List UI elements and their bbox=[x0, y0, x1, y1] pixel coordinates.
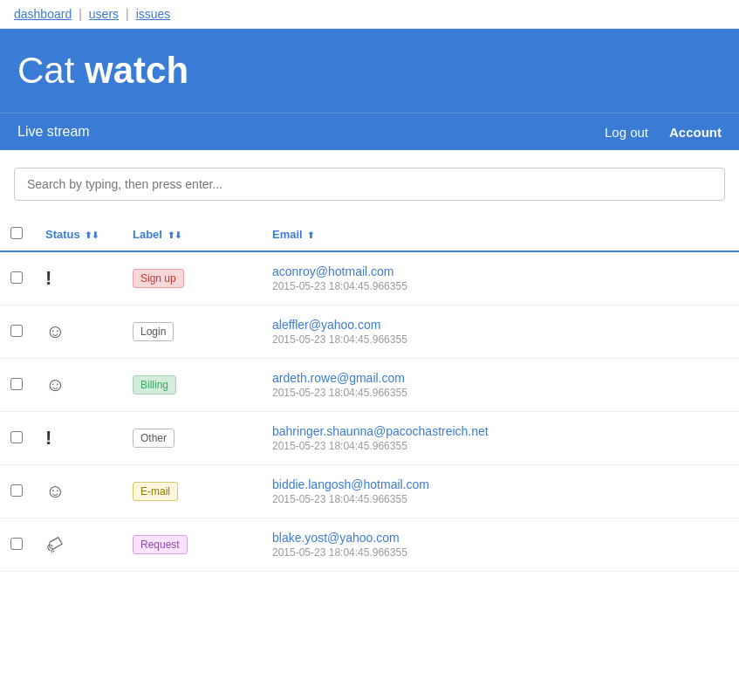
row-checkbox-1[interactable] bbox=[10, 325, 23, 337]
status-cell: ☺ bbox=[35, 359, 122, 412]
app-title-bold: watch bbox=[85, 50, 188, 91]
row-checkbox-5[interactable] bbox=[10, 538, 23, 550]
col-header-status[interactable]: Status ⬆⬇ bbox=[35, 218, 122, 251]
table-row: ☺Login aleffler@yahoo.com 2015-05-23 18:… bbox=[0, 305, 739, 359]
email-link[interactable]: aleffler@yahoo.com bbox=[272, 318, 729, 332]
label-badge[interactable]: Sign up bbox=[133, 269, 184, 288]
nav-link-issues[interactable]: issues bbox=[136, 7, 171, 21]
nav-separator-1: | bbox=[79, 7, 82, 21]
col-header-check bbox=[0, 218, 35, 251]
label-badge[interactable]: Login bbox=[133, 322, 174, 341]
status-cell: ! bbox=[35, 412, 122, 465]
exclaim-icon: ! bbox=[45, 267, 51, 289]
search-container bbox=[0, 150, 739, 218]
status-sort-icon: ⬆⬇ bbox=[85, 230, 99, 240]
action-bar: Live stream Log out Account bbox=[0, 113, 739, 150]
row-checkbox-2[interactable] bbox=[10, 378, 23, 390]
status-cell: ! bbox=[35, 251, 122, 305]
label-sort-icon: ⬆⬇ bbox=[168, 230, 181, 240]
email-sort-icon: ⬆ bbox=[307, 230, 314, 240]
col-header-label[interactable]: Label ⬆⬇ bbox=[122, 218, 262, 251]
col-header-email[interactable]: Email ⬆ bbox=[262, 218, 739, 251]
email-cell: aconroy@hotmail.com 2015-05-23 18:04:45.… bbox=[262, 251, 739, 305]
email-timestamp: 2015-05-23 18:04:45.966355 bbox=[272, 387, 407, 399]
email-link[interactable]: biddie.langosh@hotmail.com bbox=[272, 477, 729, 491]
nav-link-dashboard[interactable]: dashboard bbox=[14, 7, 72, 21]
email-timestamp: 2015-05-23 18:04:45.966355 bbox=[272, 280, 407, 292]
label-badge[interactable]: E-mail bbox=[133, 482, 178, 501]
table-row: 🏷Request blake.yost@yahoo.com 2015-05-23… bbox=[0, 518, 739, 572]
email-link[interactable]: ardeth.rowe@gmail.com bbox=[272, 371, 729, 385]
row-checkbox-3[interactable] bbox=[10, 431, 23, 443]
email-timestamp: 2015-05-23 18:04:45.966355 bbox=[272, 493, 407, 505]
label-badge[interactable]: Billing bbox=[133, 375, 176, 395]
email-link[interactable]: blake.yost@yahoo.com bbox=[272, 531, 729, 545]
label-cell: E-mail bbox=[122, 465, 262, 518]
exclaim-icon: ! bbox=[45, 427, 51, 449]
row-checkbox-4[interactable] bbox=[10, 484, 23, 497]
table-row: ☺E-mail biddie.langosh@hotmail.com 2015-… bbox=[0, 465, 739, 518]
app-title-light: Cat bbox=[17, 50, 85, 91]
nav-bar: dashboard | users | issues bbox=[0, 0, 739, 29]
email-link[interactable]: aconroy@hotmail.com bbox=[272, 264, 729, 278]
label-cell: Request bbox=[122, 518, 262, 572]
nav-separator-2: | bbox=[126, 7, 129, 21]
email-cell: bahringer.shaunna@pacochastreich.net 201… bbox=[262, 412, 739, 465]
label-badge[interactable]: Request bbox=[133, 535, 188, 554]
email-link[interactable]: bahringer.shaunna@pacochastreich.net bbox=[272, 424, 729, 438]
label-cell: Other bbox=[122, 412, 262, 465]
users-table: Status ⬆⬇ Label ⬆⬇ Email ⬆ !Sign up acon… bbox=[0, 218, 739, 572]
table-header: Status ⬆⬇ Label ⬆⬇ Email ⬆ bbox=[0, 218, 739, 251]
smile-icon: ☺ bbox=[45, 320, 65, 342]
status-cell: ☺ bbox=[35, 465, 122, 518]
table-body: !Sign up aconroy@hotmail.com 2015-05-23 … bbox=[0, 251, 739, 572]
label-cell: Billing bbox=[122, 359, 262, 412]
nav-link-users[interactable]: users bbox=[89, 7, 119, 21]
account-button[interactable]: Account bbox=[669, 125, 722, 140]
email-timestamp: 2015-05-23 18:04:45.966355 bbox=[272, 333, 407, 346]
app-title: Cat watch bbox=[17, 50, 722, 92]
email-timestamp: 2015-05-23 18:04:45.966355 bbox=[272, 440, 407, 452]
live-stream-link[interactable]: Live stream bbox=[17, 124, 90, 140]
select-all-checkbox[interactable] bbox=[10, 227, 23, 239]
email-cell: aleffler@yahoo.com 2015-05-23 18:04:45.9… bbox=[262, 305, 739, 359]
table-row: !Other bahringer.shaunna@pacochastreich.… bbox=[0, 412, 739, 465]
logout-button[interactable]: Log out bbox=[605, 125, 648, 140]
email-cell: biddie.langosh@hotmail.com 2015-05-23 18… bbox=[262, 465, 739, 518]
label-cell: Login bbox=[122, 305, 262, 359]
tag-icon: 🏷 bbox=[42, 532, 67, 558]
status-cell: 🏷 bbox=[35, 518, 122, 572]
hero-banner: Cat watch bbox=[0, 29, 739, 113]
smile-icon: ☺ bbox=[45, 480, 65, 502]
table-row: !Sign up aconroy@hotmail.com 2015-05-23 … bbox=[0, 251, 739, 305]
email-cell: ardeth.rowe@gmail.com 2015-05-23 18:04:4… bbox=[262, 359, 739, 412]
email-timestamp: 2015-05-23 18:04:45.966355 bbox=[272, 546, 407, 559]
action-bar-right: Log out Account bbox=[605, 125, 722, 140]
status-cell: ☺ bbox=[35, 305, 122, 359]
email-cell: blake.yost@yahoo.com 2015-05-23 18:04:45… bbox=[262, 518, 739, 572]
table-row: ☺Billing ardeth.rowe@gmail.com 2015-05-2… bbox=[0, 359, 739, 412]
label-cell: Sign up bbox=[122, 251, 262, 305]
row-checkbox-0[interactable] bbox=[10, 271, 23, 284]
search-input[interactable] bbox=[14, 168, 725, 201]
label-badge[interactable]: Other bbox=[133, 429, 174, 448]
smile-icon: ☺ bbox=[45, 374, 65, 395]
